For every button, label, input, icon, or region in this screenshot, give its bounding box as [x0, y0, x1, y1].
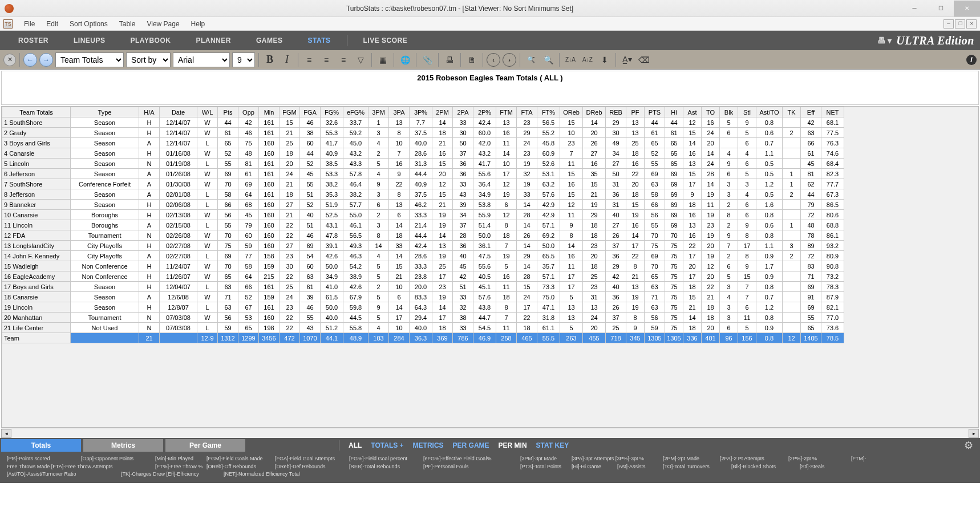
nav-roster[interactable]: ROSTER: [6, 37, 61, 44]
col-header[interactable]: PF: [626, 107, 645, 117]
web-button[interactable]: 🌐: [398, 52, 412, 67]
table-row[interactable]: 9 BannekerSeasonH02/06/08L6668160275251.…: [2, 200, 844, 210]
col-header[interactable]: W/L: [197, 107, 218, 117]
table-row[interactable]: 2 GradySeasonH12/14/07W6146161213855.359…: [2, 128, 844, 138]
table-row[interactable]: 19 LincolnSeasonH12/8/07L6367161234650.0…: [2, 302, 844, 313]
col-header[interactable]: 2PA: [453, 107, 473, 117]
fontsize-select[interactable]: 9: [232, 52, 255, 67]
col-header[interactable]: FT%: [537, 107, 560, 117]
col-header[interactable]: Pts: [218, 107, 238, 117]
view-stat[interactable]: STAT KEY: [536, 441, 569, 449]
nav-playbook[interactable]: PLAYBOOK: [118, 37, 184, 44]
sort-select[interactable]: Sort by: [126, 52, 171, 67]
nav-stats[interactable]: STATS: [295, 37, 343, 44]
table-row[interactable]: 13 LongIslandCityCity PlayoffsH02/27/08W…: [2, 241, 844, 251]
col-header[interactable]: FTM: [496, 107, 517, 117]
col-header[interactable]: Opp: [238, 107, 259, 117]
col-header[interactable]: TO: [702, 107, 720, 117]
view-per[interactable]: PER MIN: [499, 441, 527, 449]
sort-asc-button[interactable]: A↓Z: [580, 52, 595, 67]
tab-totals[interactable]: Totals: [1, 439, 81, 452]
stats-grid[interactable]: Team TotalsTypeH/ADateW/LPtsOppMinFGMFGA…: [1, 106, 979, 428]
table-row[interactable]: 5 LincolnSeasonN01/19/08L5581161205238.5…: [2, 159, 844, 169]
font-color-button[interactable]: A̲▾: [619, 52, 634, 67]
col-header[interactable]: Blk: [720, 107, 738, 117]
page-next-button[interactable]: ›: [503, 53, 516, 67]
col-header[interactable]: TK: [783, 107, 801, 117]
download-button[interactable]: ⬇: [597, 52, 612, 67]
col-header[interactable]: 3PM: [368, 107, 389, 117]
page-prev-button[interactable]: ‹: [487, 53, 500, 67]
col-header[interactable]: eFG%: [343, 107, 368, 117]
app-menu-icon[interactable]: TS: [3, 19, 13, 29]
menu-edit[interactable]: Edit: [41, 20, 64, 28]
col-header[interactable]: Type: [71, 107, 139, 117]
col-header[interactable]: Stl: [738, 107, 756, 117]
col-header[interactable]: OReb: [560, 107, 583, 117]
table-row[interactable]: 20 ManhattanTournamentN07/03/08W56531602…: [2, 313, 844, 323]
table-row[interactable]: 7 SouthShoreConference ForfeitA01/30/08W…: [2, 179, 844, 189]
col-header[interactable]: Eff: [801, 107, 821, 117]
hscroll-left[interactable]: ◂: [1, 429, 11, 438]
col-header[interactable]: DReb: [583, 107, 606, 117]
mdi-close-button[interactable]: ✕: [966, 19, 977, 29]
menu-sort-options[interactable]: Sort Options: [64, 20, 114, 28]
font-select[interactable]: Arial: [173, 52, 230, 67]
menu-view-page[interactable]: View Page: [141, 20, 185, 28]
tab-per-game[interactable]: Per Game: [165, 439, 245, 452]
table-row[interactable]: 6 JeffersonSeasonA01/26/08W6961161244553…: [2, 169, 844, 179]
table-row[interactable]: 17 Boys and GirlsSeasonH12/04/07L6366161…: [2, 282, 844, 292]
col-header[interactable]: Ast/TO: [756, 107, 783, 117]
view-metrics[interactable]: METRICS: [413, 441, 444, 449]
nav-live-score[interactable]: LIVE SCORE: [351, 37, 420, 44]
col-header[interactable]: PTS: [645, 107, 665, 117]
col-header[interactable]: 3P%: [410, 107, 432, 117]
col-header[interactable]: H/A: [139, 107, 160, 117]
view-select[interactable]: Team Totals: [55, 52, 124, 67]
col-header[interactable]: 3PA: [389, 107, 410, 117]
col-header[interactable]: Hi: [665, 107, 683, 117]
preview-button[interactable]: 🗎: [464, 52, 479, 67]
view-per[interactable]: PER GAME: [453, 441, 489, 449]
col-header[interactable]: Team Totals: [2, 107, 71, 117]
attach-button[interactable]: 📎: [420, 52, 435, 67]
info-icon[interactable]: i: [966, 55, 977, 65]
view-all[interactable]: ALL: [349, 441, 362, 449]
maximize-button[interactable]: ☐: [928, 1, 954, 17]
align-left-button[interactable]: ≡: [302, 52, 317, 67]
table-row[interactable]: 14 John F. KennedyCity PlayoffsA02/27/08…: [2, 251, 844, 261]
hscroll-right[interactable]: ▸: [969, 429, 979, 438]
view-totals[interactable]: TOTALS +: [371, 441, 403, 449]
settings-icon[interactable]: ⚙: [964, 439, 973, 452]
nav-planner[interactable]: PLANNER: [183, 37, 244, 44]
table-row[interactable]: 10 CanarsieBoroughsH02/13/08W56451602140…: [2, 210, 844, 220]
menu-help[interactable]: Help: [185, 20, 211, 28]
align-right-button[interactable]: ≡: [336, 52, 351, 67]
zoom-out-button[interactable]: 🔍̄: [524, 52, 538, 67]
tab-metrics[interactable]: Metrics: [83, 439, 163, 452]
table-row[interactable]: 16 EagleAcademyNon ConferenceH11/26/07W6…: [2, 271, 844, 282]
table-row[interactable]: 3 Boys and GirlsSeasonA12/14/07L65751602…: [2, 138, 844, 148]
print-button[interactable]: 🖶: [442, 52, 457, 67]
align-center-button[interactable]: ≡: [319, 52, 334, 67]
print-icon[interactable]: 🖶 ▾: [877, 36, 892, 45]
close-view-button[interactable]: ✕: [3, 54, 16, 66]
close-button[interactable]: ✕: [954, 1, 980, 17]
col-header[interactable]: FTA: [517, 107, 537, 117]
table-row[interactable]: 4 CanarsieSeasonH01/16/08W5248160184440.…: [2, 148, 844, 159]
filter-button[interactable]: ▽: [353, 52, 368, 67]
table-row[interactable]: 11 LincolnBoroughsA02/15/08L557916022514…: [2, 220, 844, 230]
table-row[interactable]: 18 CanarsieSeasonA12/6/08W7152159243961.…: [2, 292, 844, 302]
table-row[interactable]: 21 Life CenterNot UsedN07/03/08L59651982…: [2, 323, 844, 333]
table-row[interactable]: 12 FDATournamentN02/26/08W7060160224647.…: [2, 230, 844, 241]
table-total-row[interactable]: Team2112-9131212993456472107044.148.9103…: [2, 333, 844, 343]
erase-button[interactable]: ⌫: [637, 52, 651, 67]
nav-forward-button[interactable]: →: [39, 53, 53, 67]
col-header[interactable]: REB: [606, 107, 626, 117]
menu-file[interactable]: File: [18, 20, 41, 28]
col-header[interactable]: Ast: [683, 107, 702, 117]
table-row[interactable]: 1 SouthShoreSeasonH12/14/07W444216115463…: [2, 117, 844, 128]
nav-lineups[interactable]: LINEUPS: [61, 37, 118, 44]
col-header[interactable]: 2PM: [432, 107, 453, 117]
table-row[interactable]: 8 JeffersonSeasonA02/01/08L5864161185135…: [2, 189, 844, 200]
